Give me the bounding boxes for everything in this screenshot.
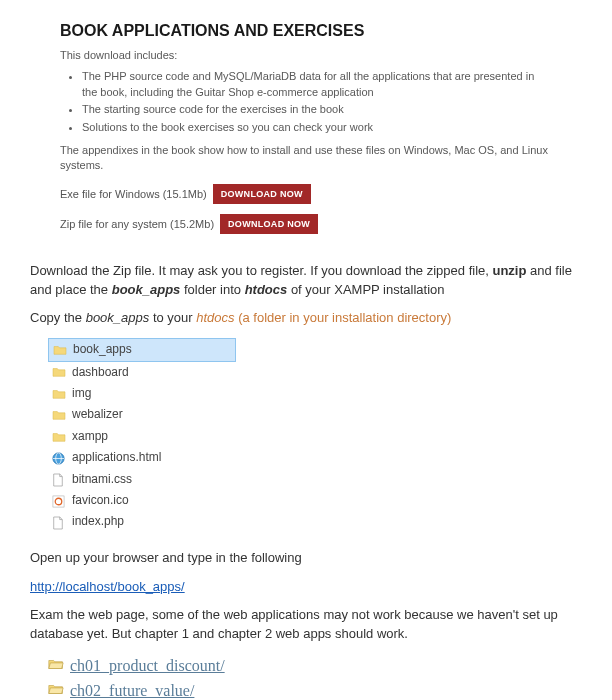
folder-icon [52,409,66,421]
localhost-link[interactable]: http://localhost/book_apps/ [30,579,185,594]
folder-icon [52,431,66,443]
file-item[interactable]: xampp [48,426,236,447]
folder-open-icon [48,679,64,700]
app-link[interactable]: ch01_product_discount/ [70,654,225,677]
folder-icon [53,344,67,356]
file-name: dashboard [72,364,129,381]
instruction-browser: Open up your browser and type in the fol… [30,549,582,568]
instruction-copy: Copy the book_apps to your htdocs (a fol… [30,309,582,328]
file-item[interactable]: img [48,383,236,404]
page-title: BOOK APPLICATIONS AND EXERCISES [60,22,552,40]
download-section: BOOK APPLICATIONS AND EXERCISES This dow… [20,14,592,252]
file-item[interactable]: applications.html [48,447,236,468]
file-item[interactable]: dashboard [48,362,236,383]
file-icon [52,473,66,485]
file-item[interactable]: webalizer [48,404,236,425]
app-link[interactable]: ch02_future_value/ [70,679,194,700]
app-links-block: ch01_product_discount/ch02_future_value/ [30,654,582,700]
file-name: xampp [72,428,108,445]
download-row-exe: Exe file for Windows (15.1Mb) DOWNLOAD N… [60,184,552,204]
instructions-content: Download the Zip file. It may ask you to… [20,262,592,700]
file-name: bitnami.css [72,471,132,488]
list-item: Solutions to the book exercises so you c… [82,120,552,135]
includes-list: The PHP source code and MySQL/MariaDB da… [82,69,552,135]
file-name: applications.html [72,449,161,466]
folder-icon [52,366,66,378]
file-explorer-list: book_appsdashboardimgwebalizerxamppappli… [48,338,582,533]
file-item[interactable]: bitnami.css [48,469,236,490]
download-row-zip: Zip file for any system (15.2Mb) DOWNLOA… [60,214,552,234]
file-icon [52,516,66,528]
edge-icon [52,495,66,507]
zip-label: Zip file for any system (15.2Mb) [60,218,214,230]
file-name: webalizer [72,406,123,423]
file-name: book_apps [73,341,132,358]
folder-icon [52,388,66,400]
instruction-exam: Exam the web page, some of the web appli… [30,606,582,644]
download-zip-button[interactable]: DOWNLOAD NOW [220,214,318,234]
file-item[interactable]: favicon.ico [48,490,236,511]
file-name: img [72,385,91,402]
file-name: index.php [72,513,124,530]
file-name: favicon.ico [72,492,129,509]
globe-icon [52,452,66,464]
folder-open-icon [48,654,64,677]
exe-label: Exe file for Windows (15.1Mb) [60,188,207,200]
instruction-download: Download the Zip file. It may ask you to… [30,262,582,300]
app-link-row: ch01_product_discount/ [48,654,582,677]
download-exe-button[interactable]: DOWNLOAD NOW [213,184,311,204]
appendix-text: The appendixes in the book show how to i… [60,143,552,174]
file-item[interactable]: index.php [48,511,236,532]
app-link-row: ch02_future_value/ [48,679,582,700]
list-item: The PHP source code and MySQL/MariaDB da… [82,69,552,100]
intro-text: This download includes: [60,48,552,63]
file-item[interactable]: book_apps [48,338,236,361]
list-item: The starting source code for the exercis… [82,102,552,117]
